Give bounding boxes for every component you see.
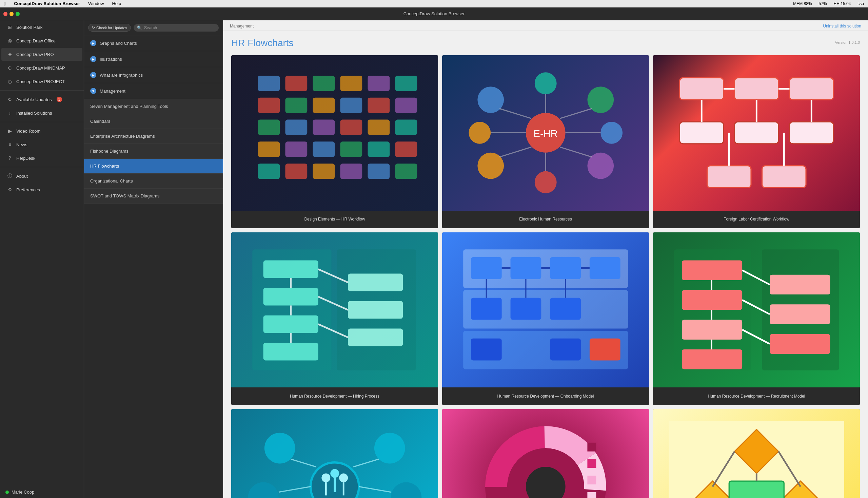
sidebar-item-mindmap[interactable]: ⊙ ConceptDraw MINDMAP [1,62,82,74]
svg-rect-8 [312,98,335,113]
check-updates-button[interactable]: ↻ Check for Updates [88,24,131,31]
sidebar-item-news[interactable]: ≡ News [1,138,82,151]
minimize-button[interactable] [10,12,14,16]
svg-rect-27 [340,163,362,179]
help-menu[interactable]: Help [110,1,122,6]
subcategory-fishbone[interactable]: Fishbone Diagrams [84,144,223,158]
content-panel: Management Uninstall this solution HR Fl… [223,21,868,498]
svg-rect-15 [340,120,362,135]
svg-point-123 [330,469,339,478]
sidebar-item-installed[interactable]: ↓ Installed Solutions [1,106,82,119]
svg-rect-4 [368,76,390,91]
gallery-label-recruitment: Human Resource Development — Recruitment… [653,388,860,405]
sidebar: ⊞ Solution Park ◎ ConceptDraw Office ◈ C… [0,21,84,498]
thumb-recruitment [653,232,860,388]
sidebar-label-about: About [16,174,28,179]
subcategory-seven-mgmt[interactable]: Seven Management and Planning Tools [84,99,223,114]
sidebar-item-solution-park[interactable]: ⊞ Solution Park [1,21,82,34]
category-header-graphs[interactable]: ▶ Graphs and Charts [84,35,223,51]
category-header-management[interactable]: ▼ Management [84,83,223,99]
svg-rect-68 [263,343,318,360]
svg-rect-81 [471,257,502,279]
titlebar: ConceptDraw Solution Browser [0,8,868,21]
thumb-electronic-hr: E-HR [442,55,649,211]
content-header: Management Uninstall this solution [223,21,868,31]
gallery-card-design-elements[interactable]: Design Elements — HR Workflow [231,55,438,228]
search-input[interactable] [144,25,215,30]
subcategory-swot[interactable]: SWOT and TOWS Matrix Diagrams [84,188,223,203]
sidebar-label-news: News [16,142,27,147]
svg-rect-18 [258,142,280,157]
mem-indicator: MEM 88% [792,1,813,6]
subcategory-enterprise-arch[interactable]: Enterprise Architecture Diagrams [84,129,223,144]
gallery-card-onboarding[interactable]: Human Resource Development — Onboarding … [442,232,649,405]
arrow-graphs: ▶ [90,40,96,46]
sidebar-item-helpdesk[interactable]: ? HelpDesk [1,152,82,165]
maximize-button[interactable] [16,12,20,16]
apple-menu[interactable]:  [3,1,7,6]
sidebar-item-updates[interactable]: ↻ Available Updates 1 [1,93,82,106]
svg-rect-138 [587,476,596,484]
check-updates-label: Check for Updates [96,26,127,30]
svg-point-115 [248,482,279,498]
grid-icon: ⊞ [7,24,13,30]
svg-text:E-HR: E-HR [533,129,558,140]
svg-rect-49 [734,78,778,100]
svg-rect-54 [707,166,751,188]
gallery-card-recruitment[interactable]: Human Resource Development — Recruitment… [653,232,860,405]
svg-rect-11 [395,98,417,113]
sidebar-item-about[interactable]: ⓘ About [1,170,82,183]
search-field-wrap[interactable]: 🔍 [134,24,219,31]
sidebar-item-project[interactable]: ◷ ConceptDraw PROJECT [1,75,82,88]
user-row: Marie Coop [0,486,84,498]
svg-line-128 [359,487,391,492]
gallery-card-competency[interactable]: Human Resource Management — Competency B… [231,409,438,498]
gallery-card-hiring[interactable]: Human Resource Development — Hiring Proc… [231,232,438,405]
thumb-svg-talent [458,421,634,498]
sidebar-item-pro[interactable]: ◈ ConceptDraw PRO [1,48,82,61]
version-label: Version 1.0.1.0 [835,40,860,44]
sidebar-label-videoroom: Video Room [16,129,40,134]
category-header-illustrations[interactable]: ▶ Illustrations [84,51,223,67]
svg-point-36 [535,73,557,95]
svg-rect-83 [550,257,581,279]
user-name: Marie Coop [12,489,34,495]
svg-point-37 [535,171,557,193]
sidebar-item-preferences[interactable]: ⚙ Preferences [1,183,82,196]
window-title: ConceptDraw Solution Browser [403,11,465,16]
subcategory-label-calendars: Calendars [90,119,110,124]
svg-rect-71 [348,328,403,346]
svg-point-113 [265,433,295,464]
svg-rect-20 [312,142,335,157]
subcategory-org-charts[interactable]: Organizational Charts [84,173,223,188]
window-menu[interactable]: Window [87,1,105,6]
svg-line-127 [279,487,310,492]
menu-bar:  ConceptDraw Solution Browser Window He… [0,0,868,8]
svg-rect-139 [587,492,596,498]
svg-rect-12 [258,120,280,135]
close-button[interactable] [3,12,8,16]
gallery-card-talent[interactable]: Human Resources Flowchart — Talent Manag… [442,409,649,498]
app-menu-name[interactable]: ConceptDraw Solution Browser [13,1,81,6]
sidebar-divider-3 [0,167,84,167]
svg-rect-101 [682,319,742,339]
svg-rect-92 [550,339,581,361]
gallery-card-foreign-labor[interactable]: Foreign Labor Certification Workflow [653,55,860,228]
sidebar-item-office[interactable]: ◎ ConceptDraw Office [1,34,82,47]
uninstall-button[interactable]: Uninstall this solution [823,24,861,28]
category-group-infographics: ▶ What are Infographics [84,67,223,83]
svg-rect-102 [682,350,742,369]
category-header-infographics[interactable]: ▶ What are Infographics [84,67,223,83]
sidebar-label-preferences: Preferences [16,187,40,192]
svg-rect-10 [368,98,390,113]
sidebar-item-videoroom[interactable]: ▶ Video Room [1,124,82,137]
svg-rect-69 [348,273,403,291]
installed-icon: ↓ [7,110,13,116]
gallery-card-uk-labour[interactable]: Human Resources Flowchart — UK Labour Ma… [653,409,860,498]
svg-rect-7 [285,98,307,113]
gallery-card-electronic-hr[interactable]: E-HR [442,55,649,228]
svg-rect-13 [285,120,307,135]
search-bar: ↻ Check for Updates 🔍 [84,21,223,35]
subcategory-calendars[interactable]: Calendars [84,114,223,129]
subcategory-hr-flowcharts[interactable]: HR Flowcharts [84,158,223,173]
